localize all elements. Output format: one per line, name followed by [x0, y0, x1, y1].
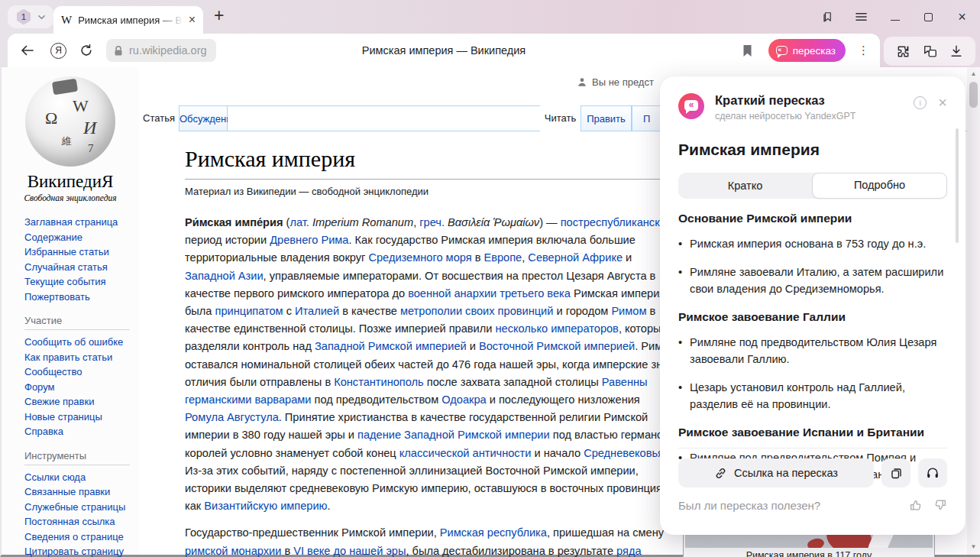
wiki-link[interactable]: Константинополь [334, 376, 424, 388]
wikipedia-logo[interactable]: W И Ω 7 維 [25, 76, 115, 167]
wiki-link[interactable]: Италией [295, 305, 339, 317]
tab-close-icon[interactable]: × [189, 13, 196, 27]
browser-tab[interactable]: W Римская империя — В × [53, 6, 203, 34]
feedback-row: Был ли пересказ полезен? [678, 498, 947, 512]
wiki-link[interactable]: принципатом [215, 305, 283, 317]
sidebar-link[interactable]: Текущие события [24, 274, 139, 290]
sidebar-link[interactable]: Содержание [24, 230, 139, 245]
sidebar-link[interactable]: Свежие правки [24, 394, 139, 410]
wiki-link[interactable]: Римом [611, 305, 646, 317]
tab-edit[interactable]: Править [581, 105, 632, 131]
thumbs-up-icon[interactable] [909, 498, 923, 512]
extensions-puzzle-icon[interactable] [896, 44, 910, 59]
reload-icon[interactable] [79, 44, 93, 57]
thumbs-down-icon[interactable] [933, 498, 947, 512]
lock-icon [113, 45, 124, 57]
wiki-link[interactable]: метрополии своих провинций [400, 305, 553, 317]
summary-logo-icon: « [678, 93, 704, 119]
sidebar-link[interactable]: Цитировать страницу [24, 544, 139, 557]
text-run: с [283, 305, 295, 317]
sidebar-link[interactable]: Новые страницы [24, 410, 139, 425]
wiki-link[interactable]: несколько императоров [495, 322, 618, 335]
scrollbar-thumb[interactable] [969, 82, 978, 108]
collections-panels-icon[interactable] [923, 44, 938, 59]
downloads-icon[interactable] [949, 44, 963, 58]
copy-summary-button[interactable] [881, 458, 910, 487]
text-run: в качестве [339, 305, 400, 317]
tab-brief[interactable]: Кратко [678, 173, 812, 199]
sidebar-link[interactable]: Сведения о странице [24, 529, 139, 545]
info-icon[interactable]: i [914, 96, 927, 109]
side-panel-icon[interactable] [822, 11, 833, 23]
bookmark-icon[interactable] [742, 44, 753, 57]
scroll-down-arrow[interactable]: ▼ [967, 543, 980, 550]
wiki-link[interactable]: германскими варварами [185, 393, 311, 406]
wiki-link[interactable]: Равенны [602, 376, 648, 388]
sidebar-link[interactable]: Служебные страницы [24, 500, 139, 515]
text-run: и начало [531, 447, 584, 459]
wiki-link[interactable]: постреспубликанский [561, 216, 672, 228]
toolbar: Я ru.wikipedia.org Римская империя — Вик… [0, 34, 980, 67]
wiki-link[interactable]: Европе [484, 251, 522, 264]
wiki-link[interactable]: падение Западной Римской империи [357, 429, 550, 441]
scroll-up-arrow[interactable]: ▲ [967, 70, 980, 77]
menu-icon[interactable] [855, 11, 867, 22]
sidebar-link[interactable]: Случайная статья [24, 260, 139, 275]
tab-read[interactable]: Читать [540, 105, 581, 131]
back-icon[interactable] [20, 44, 35, 57]
maximize-icon[interactable] [923, 13, 934, 21]
sidebar-link[interactable]: Как править статьи [24, 350, 139, 365]
wiki-link[interactable]: Средневековья [584, 447, 664, 459]
wiki-link[interactable]: Византийскую империю [204, 500, 327, 512]
yandex-icon[interactable]: Я [50, 43, 66, 59]
wikipedia-sidebar: W И Ω 7 維 ВикипедиЯ Свободная энциклопед… [2, 67, 139, 555]
sidebar-link[interactable]: Избранные статьи [24, 244, 139, 260]
tab-detailed[interactable]: Подробно [812, 173, 947, 199]
panel-scrollbar[interactable] [956, 128, 959, 243]
wiki-link[interactable]: военной анархии третьего века [408, 287, 571, 300]
sidebar-link[interactable]: Пожертвовать [24, 290, 139, 305]
user-status-bar[interactable]: Вы не предст [577, 76, 654, 88]
listen-summary-button[interactable] [918, 458, 947, 487]
tab-group-button[interactable]: 1 [8, 5, 53, 28]
wiki-link[interactable]: греч. [419, 216, 445, 228]
more-options-icon[interactable]: ⋮ [858, 44, 869, 57]
sidebar-link[interactable]: Связанные правки [24, 484, 139, 500]
wiki-link[interactable]: Северной Африке [528, 251, 623, 264]
sidebar-link[interactable]: Справка [24, 424, 139, 439]
summarize-button[interactable]: « пересказ [768, 39, 846, 62]
sidebar-link[interactable]: Форум [24, 380, 139, 395]
wiki-link[interactable]: Восточной Римской империей [479, 340, 635, 352]
wiki-link[interactable]: Древнего Рима [270, 234, 348, 246]
wiki-link[interactable]: Средиземного моря [368, 251, 471, 264]
wiki-link[interactable]: классической античности [399, 447, 532, 459]
new-tab-button[interactable]: + [214, 5, 224, 26]
wiki-link[interactable]: Римская республика [440, 526, 547, 539]
wiki-link[interactable]: Западной Римской империей [315, 340, 467, 352]
wiki-link[interactable]: Ромула Августула [185, 411, 279, 423]
tab-article[interactable]: Статья [139, 105, 179, 131]
wiki-link[interactable]: римской монархии [185, 545, 281, 557]
tab-talk[interactable]: Обсуждение [179, 105, 228, 131]
browser-window: 1 W Римская империя — В × + × [0, 0, 980, 557]
sidebar-link[interactable]: Сообщить об ошибке [24, 335, 139, 350]
summary-link-button[interactable]: Ссылка на пересказ [678, 458, 874, 487]
sidebar-link[interactable]: Заглавная страница [24, 215, 139, 230]
close-panel-icon[interactable]: × [938, 95, 947, 110]
page-scrollbar[interactable]: ▲ ▼ [967, 67, 980, 555]
text-run: Государство-предшественник Римской импер… [185, 526, 440, 539]
wiki-link[interactable]: лат. [289, 216, 309, 228]
wikipedia-favicon: W [61, 14, 72, 27]
sidebar-link[interactable]: Ссылки сюда [24, 470, 139, 485]
minimize-icon[interactable] [889, 14, 901, 21]
copy-icon [890, 467, 903, 480]
article-paragraph: Государство-предшественник Римской импер… [185, 524, 680, 557]
wiki-link[interactable]: Западной Азии [185, 270, 264, 282]
close-window-icon[interactable]: × [956, 10, 968, 24]
sidebar-link[interactable]: Сообщество [24, 364, 139, 380]
sidebar-link[interactable]: Постоянная ссылка [24, 514, 139, 529]
address-bar[interactable]: ru.wikipedia.org [106, 39, 216, 62]
wiki-link[interactable]: VI веке до нашей эры [293, 545, 406, 557]
wiki-link[interactable]: Одоакра [441, 393, 486, 406]
summary-bullet: •Римляне завоевали Италию, а затем расши… [678, 264, 947, 297]
